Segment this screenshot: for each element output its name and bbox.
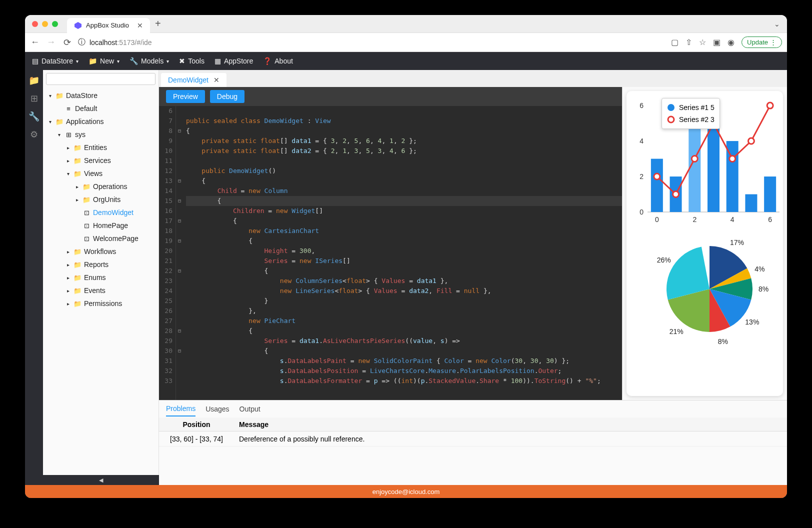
folder-icon: 📁	[74, 144, 82, 152]
site-info-icon[interactable]: ⓘ	[78, 38, 86, 47]
svg-point-22	[748, 138, 754, 144]
explorer-icon[interactable]: 📁	[28, 75, 40, 86]
caret-icon: ▸	[65, 262, 71, 268]
svg-text:0: 0	[640, 208, 644, 216]
menu-appstore[interactable]: ▦AppStore	[214, 57, 253, 65]
wrench-icon[interactable]: 🔧	[28, 111, 40, 122]
tree-label: Operations	[93, 182, 156, 190]
tree-node-datastore[interactable]: ▾📁DataStore	[43, 89, 158, 102]
tree-label: Services	[84, 156, 156, 164]
collapse-sidebar-button[interactable]: ◀	[43, 475, 159, 485]
search-input[interactable]	[46, 73, 156, 85]
url-path: /#/ide	[134, 38, 152, 46]
caret-icon: ▸	[65, 288, 71, 294]
folder-icon: 📁	[56, 92, 64, 100]
menu-label: About	[274, 57, 293, 65]
favicon-icon	[74, 22, 82, 30]
caret-icon: ▸	[65, 158, 71, 164]
tree-node-homepage[interactable]: ⊡HomePage	[43, 219, 158, 232]
sidebar-search	[43, 70, 158, 88]
tree-node-workflows[interactable]: ▸📁Workflows	[43, 245, 158, 258]
preview-button[interactable]: Preview	[166, 90, 205, 103]
tree-label: WelcomePage	[93, 234, 156, 242]
url-host: localhost	[90, 38, 117, 46]
maximize-window[interactable]	[52, 21, 58, 27]
update-button[interactable]: Update⋮	[742, 36, 782, 48]
tree-label: Applications	[66, 118, 156, 126]
tab-output[interactable]: Output	[240, 402, 260, 416]
tabs-dropdown-icon[interactable]: ⌄	[774, 20, 780, 28]
titlebar: AppBox Studio ✕ + ⌄	[25, 15, 787, 33]
table-row[interactable]: [33, 60] - [33, 74]Dereference of a poss…	[159, 432, 787, 446]
svg-text:4: 4	[640, 137, 644, 145]
menu-new[interactable]: 📁New▾	[88, 57, 120, 65]
svg-point-17	[654, 174, 660, 180]
svg-text:2: 2	[640, 172, 644, 180]
tree-node-services[interactable]: ▸📁Services	[43, 154, 158, 167]
caret-icon: ▾	[56, 132, 62, 138]
tree-node-enums[interactable]: ▸📁Enums	[43, 271, 158, 284]
tree-node-reports[interactable]: ▸📁Reports	[43, 258, 158, 271]
file-tabs: DemoWidget ✕	[159, 70, 787, 87]
tools-icon: ✖	[179, 57, 185, 65]
tree-node-applications[interactable]: ▾📁Applications	[43, 115, 158, 128]
caret-icon: ▾	[47, 93, 53, 98]
folder-icon: 📁	[74, 170, 82, 178]
forward-button[interactable]: →	[46, 37, 56, 48]
svg-text:8%: 8%	[758, 285, 768, 293]
address-field[interactable]: ⓘ localhost:5173/#/ide	[78, 38, 665, 47]
chevron-down-icon: ▾	[166, 58, 169, 64]
folder-icon: 📁	[88, 57, 97, 65]
graph-icon[interactable]: ⊞	[30, 93, 38, 104]
debug-button[interactable]: Debug	[210, 90, 244, 103]
tree-node-demowidget[interactable]: ⊡DemoWidget	[43, 206, 158, 219]
new-tab-button[interactable]: +	[155, 18, 161, 30]
tree-node-welcomepage[interactable]: ⊡WelcomePage	[43, 232, 158, 245]
minimize-window[interactable]	[42, 21, 48, 27]
extensions-icon[interactable]: ▣	[713, 38, 720, 47]
tree-label: Permissions	[84, 300, 156, 308]
tab-problems[interactable]: Problems	[166, 402, 196, 416]
menu-models[interactable]: 🔧Models▾	[130, 57, 169, 65]
menu-tools[interactable]: ✖Tools	[179, 57, 204, 65]
tree-node-default[interactable]: ≡Default	[43, 102, 158, 115]
profile-icon[interactable]: ◉	[728, 38, 734, 47]
cell-position: [33, 60] - [33, 74]	[159, 435, 234, 443]
back-button[interactable]: ←	[30, 37, 40, 48]
settings-icon[interactable]: ⚙	[30, 129, 38, 140]
file-tab[interactable]: DemoWidget ✕	[161, 73, 226, 87]
tree-node-orgunits[interactable]: ▸📁OrgUnits	[43, 193, 158, 206]
svg-text:4%: 4%	[754, 265, 764, 273]
tree-label: Workflows	[84, 248, 156, 256]
svg-point-18	[673, 192, 679, 198]
preview-panel: 0246024617%4%8%13%8%21%26% Series #1 5Se…	[622, 87, 787, 400]
install-icon[interactable]: ▢	[671, 38, 678, 47]
tree-label: Reports	[84, 260, 156, 268]
close-file-icon[interactable]: ✕	[214, 76, 220, 84]
tree-node-operations[interactable]: ▸📁Operations	[43, 180, 158, 193]
reload-button[interactable]: ⟳	[62, 37, 72, 48]
share-icon[interactable]: ⇧	[686, 38, 692, 47]
tree-node-sys[interactable]: ▾⊞sys	[43, 128, 158, 141]
tree-node-entities[interactable]: ▸📁Entities	[43, 141, 158, 154]
menu-datastore[interactable]: ▤DataStore▾	[32, 57, 78, 65]
close-tab-icon[interactable]: ✕	[137, 22, 143, 30]
footer: enjoycode@icloud.com	[25, 485, 787, 498]
caret-icon: ▾	[65, 171, 71, 176]
browser-tab[interactable]: AppBox Studio ✕	[67, 18, 150, 33]
menu-about[interactable]: ❓About	[263, 57, 293, 65]
menu-label: DataStore	[42, 57, 73, 65]
tree-label: Enums	[84, 274, 156, 282]
tab-usages[interactable]: Usages	[206, 402, 229, 416]
code-editor[interactable]: 6789101112131415161718192021222324252627…	[159, 106, 622, 400]
tree-node-views[interactable]: ▾📁Views	[43, 167, 158, 180]
tree-node-permissions[interactable]: ▸📁Permissions	[43, 297, 158, 310]
wrench-icon: 🔧	[130, 57, 138, 65]
tree-node-events[interactable]: ▸📁Events	[43, 284, 158, 297]
tree-label: Default	[75, 104, 156, 112]
menubar: ▤DataStore▾📁New▾🔧Models▾✖Tools▦AppStore❓…	[25, 52, 787, 70]
bottom-tabs: ProblemsUsagesOutput	[159, 400, 787, 418]
bookmark-icon[interactable]: ☆	[699, 38, 706, 47]
tree-label: Events	[84, 286, 156, 294]
close-window[interactable]	[32, 21, 38, 27]
